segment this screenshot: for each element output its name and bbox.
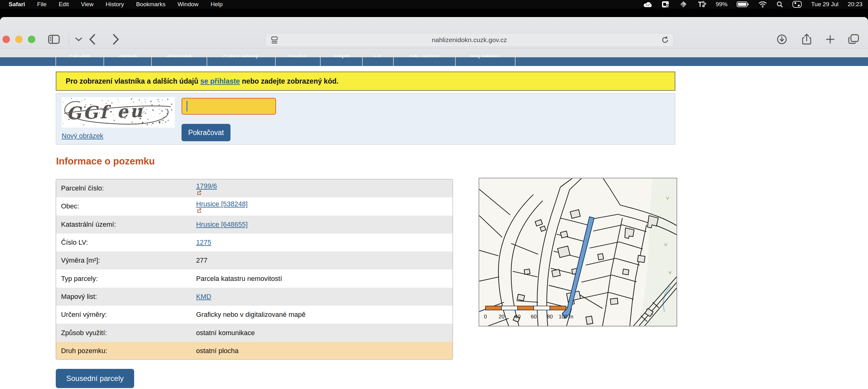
tab-separator — [103, 57, 104, 66]
row-value-link[interactable]: KMD — [196, 293, 211, 300]
address-bar[interactable]: nahlizenidokn.cuzk.gov.cz — [265, 33, 674, 47]
wifi-icon[interactable] — [758, 1, 767, 8]
table-row: Druh pozemku:ostatní plocha — [56, 342, 453, 360]
captcha-image: GGf eu — [62, 97, 175, 128]
table-row: Mapový list:KMD — [56, 288, 453, 306]
cadastral-map[interactable]: 020406080100 m — [478, 178, 677, 326]
menu-safari[interactable]: Safari — [9, 1, 25, 8]
forward-icon[interactable] — [108, 32, 124, 47]
menu-file[interactable]: File — [37, 1, 47, 8]
back-icon[interactable] — [84, 32, 100, 47]
row-value-link[interactable]: 1799/6 — [196, 182, 217, 190]
sidebar-toggle-icon[interactable] — [46, 32, 61, 47]
cloud-icon[interactable] — [643, 1, 652, 8]
tab-separator — [362, 57, 363, 66]
row-value: ostatní plocha — [196, 347, 239, 355]
drive-shape-icon[interactable] — [679, 1, 688, 8]
map-scale-bar — [486, 306, 566, 310]
row-value-link[interactable]: Hrusice [648655] — [196, 221, 248, 228]
tab-clip-cover — [0, 49, 868, 55]
tab-separator — [151, 57, 152, 66]
menu-items: SafariFileEditViewHistoryBookmarksWindow… — [0, 1, 223, 8]
calendar-app-icon[interactable] — [662, 1, 670, 8]
menu-bar: SafariFileEditViewHistoryBookmarksWindow… — [0, 0, 868, 9]
scale-tick-label: 60 — [531, 314, 537, 320]
tab-overview-icon[interactable] — [844, 32, 863, 47]
table-row: Typ parcely:Parcela katastru nemovitostí — [56, 269, 453, 287]
tab-separator — [320, 57, 321, 66]
row-value: ostatní komunikace — [196, 329, 255, 337]
control-center-icon[interactable] — [793, 1, 802, 8]
menu-view[interactable]: View — [81, 1, 94, 8]
table-row: Způsob využití:ostatní komunikace — [56, 324, 453, 342]
row-value: 277 — [196, 256, 208, 264]
scale-tick-label: 80 — [547, 314, 553, 320]
page-format-icon[interactable] — [270, 36, 279, 44]
battery-percentage: 99% — [716, 1, 727, 8]
continue-button[interactable]: Pokračovat — [182, 124, 230, 141]
menu-help[interactable]: Help — [211, 1, 223, 8]
captcha-code-text: GGf eu — [66, 100, 145, 124]
row-value: Hrusice [648655] — [196, 221, 248, 229]
scale-tick-label: 0 — [484, 314, 487, 320]
row-label: Obec: — [56, 202, 196, 210]
sidebar-chevron-down-icon[interactable] — [73, 32, 84, 47]
minimize-window-button[interactable] — [15, 36, 23, 43]
battery-icon[interactable] — [737, 1, 749, 7]
row-label: Katastrální území: — [56, 221, 196, 229]
row-label: Mapový list: — [56, 293, 196, 301]
spotlight-search-icon[interactable] — [776, 1, 783, 8]
row-label: Parcelní číslo: — [56, 184, 196, 192]
table-row: Obec:Hrusice [538248] — [56, 197, 453, 215]
table-row: Výměra [m²]:277 — [56, 252, 453, 269]
parcel-info-table: Parcelní číslo:1799/6Obec:Hrusice [53824… — [56, 179, 453, 360]
text-tool-icon[interactable] — [697, 1, 706, 8]
row-value: Hrusice [538248] — [196, 200, 248, 213]
menu-date[interactable]: Tue 29 Jul — [811, 1, 838, 8]
row-label: Způsob využití: — [56, 329, 196, 337]
menu-clock[interactable]: 20:23 — [847, 1, 862, 8]
row-value: 1275 — [196, 238, 211, 247]
close-window-button[interactable] — [2, 36, 10, 43]
tab-separator — [275, 57, 276, 66]
menu-bookmarks[interactable]: Bookmarks — [136, 1, 165, 8]
table-row: Parcelní číslo:1799/6 — [56, 179, 453, 197]
downloads-icon[interactable] — [773, 32, 790, 47]
menu-window[interactable]: Window — [178, 1, 198, 8]
banner-text-pre: Pro zobrazení vlastníka a dalších údajů — [66, 77, 198, 86]
menu-history[interactable]: History — [105, 1, 124, 8]
menu-edit[interactable]: Edit — [59, 1, 69, 8]
captcha-panel: GGf eu Nový obrázek Pokračovat — [56, 93, 675, 144]
table-row: Číslo LV:1275 — [56, 233, 453, 252]
url-text: nahlizenidokn.cuzk.gov.cz — [265, 36, 674, 44]
safari-window: nahlizenidokn.cuzk.gov.cz ParcelaStavbaJ… — [0, 17, 868, 389]
status-icons: 99% Tue 29 Jul 20:23 — [643, 1, 868, 8]
scale-tick-label: 20 — [499, 314, 505, 320]
row-value: Parcela katastru nemovitostí — [196, 275, 282, 283]
scale-tick-label: 40 — [515, 314, 521, 320]
row-value-link[interactable]: 1275 — [196, 238, 211, 246]
tab-separator — [207, 57, 207, 66]
new-captcha-link[interactable]: Nový obrázek — [62, 132, 103, 140]
row-value: KMD — [196, 293, 211, 301]
row-value: 1799/6 — [196, 182, 217, 195]
page-title: Informace o pozemku — [56, 156, 155, 167]
share-icon[interactable] — [798, 32, 815, 47]
login-link[interactable]: se přihlaste — [200, 77, 240, 86]
tab-separator — [515, 57, 516, 66]
table-row: Katastrální území:Hrusice [648655] — [56, 216, 453, 233]
external-link-icon — [197, 208, 202, 213]
row-value-link[interactable]: Hrusice [538248] — [196, 200, 248, 208]
tab-separator — [56, 57, 56, 66]
captcha-input[interactable] — [182, 98, 276, 115]
row-label: Výměra [m²]: — [56, 256, 196, 264]
tab-separator — [393, 57, 394, 66]
reload-icon[interactable] — [661, 36, 669, 44]
neighboring-parcels-button[interactable]: Sousední parcely — [56, 369, 134, 388]
zoom-window-button[interactable] — [28, 36, 35, 43]
row-value: Graficky nebo v digitalizované mapě — [196, 311, 305, 319]
new-tab-icon[interactable] — [822, 32, 839, 47]
safari-toolbar: nahlizenidokn.cuzk.gov.cz — [0, 17, 868, 49]
site-nav-tabbar: ParcelaStavbaJednotkaPrávo stavbyŘízeníM… — [0, 49, 868, 66]
table-row: Určení výměry:Graficky nebo v digitalizo… — [56, 306, 453, 324]
